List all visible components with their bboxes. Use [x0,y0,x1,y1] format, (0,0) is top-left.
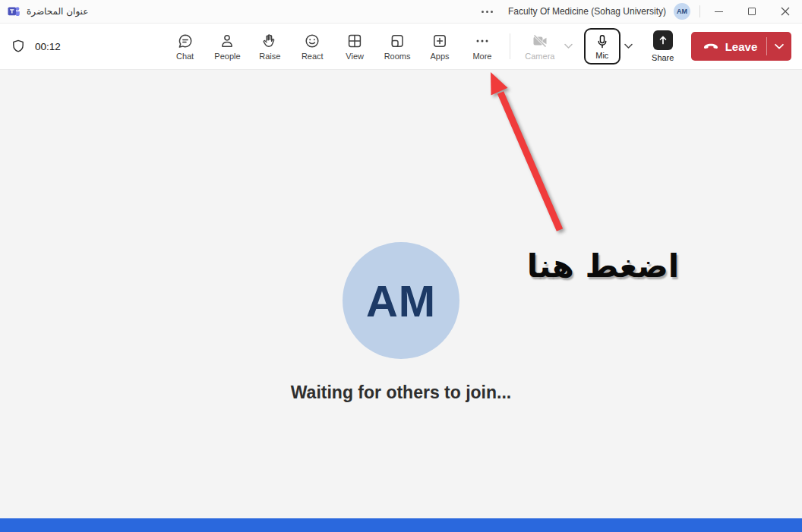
chat-button[interactable]: Chat [167,26,204,67]
people-button[interactable]: People [210,26,246,67]
leave-button[interactable]: Leave [691,32,791,61]
window-title: عنوان المحاضرة [27,6,88,17]
view-label: View [346,52,364,61]
leave-options-chevron[interactable] [767,43,791,50]
toolbar-divider [510,33,510,59]
mic-label: Mic [595,51,608,60]
titlebar-divider [699,5,700,17]
raise-label: Raise [259,52,280,61]
people-label: People [214,52,240,61]
more-button[interactable]: More [464,26,500,67]
leave-label: Leave [725,40,758,53]
chat-bubble-icon [177,33,194,49]
mic-options-chevron[interactable] [620,42,636,51]
camera-options-chevron[interactable] [560,42,576,51]
close-button[interactable] [769,0,802,23]
more-dots-icon [474,33,491,49]
react-label: React [302,52,324,61]
window-titlebar: عنوان المحاضرة Faculty Of Medicine (Soha… [0,0,802,24]
raised-hand-icon [261,33,278,49]
rooms-icon [389,33,406,49]
chevron-down-icon [564,43,573,49]
camera-off-icon [532,33,548,49]
minimize-button[interactable] [702,0,735,23]
bottom-blue-bar [0,518,802,532]
rooms-button[interactable]: Rooms [379,26,415,67]
rooms-label: Rooms [384,52,411,61]
share-label: Share [652,53,674,62]
titlebar-overflow-menu[interactable] [478,8,496,16]
waiting-message: Waiting for others to join... [0,382,802,403]
grid-view-icon [346,33,363,49]
chevron-down-icon [624,43,633,49]
camera-label: Camera [525,52,554,61]
shield-icon [11,39,26,54]
smiley-icon [304,33,320,49]
user-avatar-badge[interactable]: AM [674,3,690,20]
more-label: More [472,52,491,61]
chevron-down-icon [775,43,784,50]
meeting-toolbar: 00:12 Chat People Raise [0,24,802,70]
teams-logo-icon [8,5,21,17]
close-icon [781,7,790,16]
meeting-timer: 00:12 [35,41,61,52]
person-icon [219,33,235,49]
camera-button-disabled[interactable]: Camera [519,33,560,61]
maximize-button[interactable] [735,0,769,23]
org-name: Faculty Of Medicine (Sohag University) [508,6,666,17]
maximize-icon [748,8,756,15]
view-button[interactable]: View [336,26,373,67]
share-button[interactable]: Share [646,30,680,62]
raise-hand-button[interactable]: Raise [251,26,288,67]
participant-avatar: AM [343,242,459,359]
apps-label: Apps [430,52,449,61]
chat-label: Chat [176,52,194,61]
hangup-phone-icon [703,38,719,55]
apps-plus-icon [431,33,448,49]
apps-button[interactable]: Apps [422,26,458,67]
meeting-stage: AM Waiting for others to join... [0,70,802,518]
mic-icon [595,33,610,50]
mic-button[interactable]: Mic [584,28,620,65]
minimize-icon [715,11,723,12]
react-button[interactable]: React [294,26,330,67]
share-arrow-icon [653,30,673,50]
